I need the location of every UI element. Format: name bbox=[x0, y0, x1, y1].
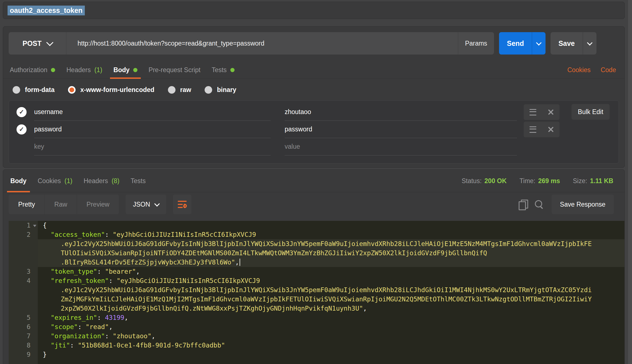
radio-icon bbox=[168, 86, 175, 94]
token: "bearer" bbox=[105, 268, 136, 275]
delete-row-icon[interactable] bbox=[548, 109, 554, 115]
format-dropdown[interactable]: JSON bbox=[126, 195, 166, 214]
body-mode-x-www-form-urlencoded[interactable]: x-www-form-urlencoded bbox=[68, 86, 155, 94]
fold-caret-icon[interactable] bbox=[33, 225, 36, 227]
token: "eyJhbGciOiJIUzI1NiIsInR5cCI6IkpXVCJ9 bbox=[113, 231, 256, 238]
body-mode-label: x-www-form-urlencoded bbox=[80, 86, 155, 94]
response-body-editor[interactable]: 1{2"access_token": "eyJhbGciOiJIUzI1NiIs… bbox=[9, 221, 624, 364]
code-line: 5"expires_in": 43199, bbox=[9, 313, 624, 322]
code-lines: 1{2"access_token": "eyJhbGciOiJIUzI1NiIs… bbox=[9, 221, 624, 359]
kv-value-field[interactable]: zhoutaoo bbox=[285, 103, 517, 121]
wrap-text-button[interactable] bbox=[173, 195, 191, 214]
toolbar-right: Save Response bbox=[519, 195, 619, 214]
drag-handle-icon[interactable] bbox=[530, 126, 536, 133]
view-mode-pretty[interactable]: Pretty bbox=[9, 195, 45, 214]
response-panel: BodyCookies(1)Headers(8)TestsStatus:200 … bbox=[3, 169, 625, 364]
tab-pre-request-script[interactable]: Pre-request Script bbox=[144, 61, 205, 79]
response-tab-cookies[interactable]: Cookies(1) bbox=[33, 170, 77, 192]
token: : bbox=[105, 332, 113, 340]
request-title[interactable]: oauth2_access_token bbox=[8, 6, 85, 15]
response-tabs: BodyCookies(1)Headers(8)TestsStatus:200 … bbox=[3, 170, 624, 192]
code-line: 8"jti": "51b868d1-0ce1-4fb8-901d-9c7bffc… bbox=[9, 341, 624, 350]
params-button[interactable]: Params bbox=[458, 32, 494, 55]
bulk-edit-button[interactable]: Bulk Edit bbox=[572, 104, 610, 120]
line-number bbox=[9, 295, 38, 304]
window-scrollbar[interactable] bbox=[628, 0, 632, 364]
tab-tests[interactable]: Tests bbox=[207, 61, 239, 79]
token: { bbox=[43, 222, 47, 229]
code-line: 1{ bbox=[9, 221, 624, 230]
body-mode-raw[interactable]: raw bbox=[168, 86, 191, 94]
tab-label: Tests bbox=[131, 177, 146, 185]
meta-value: 200 OK bbox=[484, 177, 507, 185]
token: , bbox=[136, 268, 140, 275]
text-cursor bbox=[240, 259, 240, 266]
body-mode-label: raw bbox=[180, 86, 191, 94]
view-mode-preview[interactable]: Preview bbox=[77, 195, 119, 214]
search-icon[interactable] bbox=[534, 200, 544, 209]
kv-rows: ✓usernamezhoutaoo✓passwordpasswordkeyval… bbox=[9, 103, 619, 155]
url-bar: POST http://host1:8000/oauth/token?scope… bbox=[9, 32, 494, 55]
tab-count-badge: (8) bbox=[112, 177, 120, 185]
token: , bbox=[151, 332, 155, 340]
code-link[interactable]: Code bbox=[601, 66, 616, 74]
body-mode-form-data[interactable]: form-data bbox=[13, 86, 55, 94]
code-text: TUlOIiwiSVQiXSwianRpIjoiNTFiODY4ZDEtMGNl… bbox=[38, 249, 624, 258]
meta-label: Size: bbox=[573, 177, 587, 185]
token: : bbox=[109, 277, 117, 284]
tab-body[interactable]: Body bbox=[109, 61, 142, 79]
send-button-group: Send bbox=[499, 32, 546, 55]
kv-key-field[interactable]: username bbox=[34, 103, 271, 121]
code-text: "jti": "51b868d1-0ce1-4fb8-901d-9c7bffc0… bbox=[38, 341, 624, 350]
line-number: 5 bbox=[9, 313, 38, 322]
save-button[interactable]: Save bbox=[551, 32, 582, 55]
code-line: TUlOIiwiSVQiXSwianRpIjoiNTFiODY4ZDEtMGNl… bbox=[9, 249, 624, 258]
meta-size: Size:1.11 KB bbox=[573, 177, 613, 185]
code-text: "token_type": "bearer", bbox=[38, 267, 624, 276]
code-line: 3"token_type": "bearer", bbox=[9, 267, 624, 276]
url-input[interactable]: http://host1:8000/oauth/token?scope=read… bbox=[66, 32, 458, 55]
line-number: 7 bbox=[9, 332, 38, 341]
code-text: 2xpZW50X2lkIjoidGVzdF9jbGllbnQifQ.zNtWWG… bbox=[38, 304, 624, 313]
kv-key-field[interactable]: key bbox=[34, 138, 271, 155]
cookies-link[interactable]: Cookies bbox=[567, 66, 591, 74]
kv-row: keyvalue bbox=[9, 138, 619, 155]
save-response-button[interactable]: Save Response bbox=[552, 195, 614, 214]
body-mode-radios: form-datax-www-form-urlencodedrawbinary bbox=[3, 79, 624, 100]
kv-key-field[interactable]: password bbox=[34, 121, 271, 138]
send-button[interactable]: Send bbox=[499, 32, 532, 55]
view-mode-raw[interactable]: Raw bbox=[45, 195, 77, 214]
code-text: ZmZjMGFkYmIiLCJleHAiOjE1MzQ1MjI2MTgsImF1… bbox=[38, 295, 624, 304]
code-text: "expires_in": 43199, bbox=[38, 313, 624, 322]
row-enabled-checkbox[interactable]: ✓ bbox=[17, 124, 27, 134]
kv-value-field[interactable]: password bbox=[285, 121, 517, 138]
meta-status: Status:200 OK bbox=[462, 177, 507, 185]
body-mode-binary[interactable]: binary bbox=[205, 86, 236, 94]
drag-handle-icon[interactable] bbox=[530, 109, 536, 115]
response-tab-body[interactable]: Body bbox=[6, 170, 31, 192]
kv-value-field[interactable]: value bbox=[285, 138, 517, 155]
method-dropdown[interactable]: POST bbox=[9, 32, 66, 55]
code-line: 6"scope": "read", bbox=[9, 322, 624, 332]
chevron-down-icon bbox=[46, 39, 53, 46]
send-options-button[interactable] bbox=[532, 32, 546, 55]
code-line: ZmZjMGFkYmIiLCJleHAiOjE1MzQ1MjI2MTgsImF1… bbox=[9, 295, 624, 304]
code-text: .eyJ1c2VyX25hbWUiOiJ6aG91dGFvbyIsInNjb3B… bbox=[38, 239, 624, 249]
token: .eyJ1c2VyX25hbWUiOiJ6aG91dGFvbyIsInNjb3B… bbox=[61, 240, 592, 247]
copy-icon[interactable] bbox=[519, 200, 526, 209]
response-tab-tests[interactable]: Tests bbox=[126, 170, 150, 192]
token: , bbox=[124, 314, 128, 321]
kv-check-col: ✓ bbox=[9, 124, 34, 134]
chevron-down-icon bbox=[154, 201, 160, 207]
line-number bbox=[9, 285, 38, 295]
code-text: } bbox=[38, 350, 624, 359]
save-options-button[interactable] bbox=[583, 32, 596, 55]
code-text: "scope": "read", bbox=[38, 322, 624, 332]
tab-headers[interactable]: Headers(1) bbox=[62, 61, 107, 79]
request-builder: POST http://host1:8000/oauth/token?scope… bbox=[3, 26, 625, 168]
delete-row-icon[interactable] bbox=[548, 126, 554, 133]
tab-authorization[interactable]: Authorization bbox=[5, 61, 60, 79]
row-enabled-checkbox[interactable]: ✓ bbox=[17, 107, 27, 117]
code-line: .eyJ1c2VyX25hbWUiOiJ6aG91dGFvbyIsInNjb3B… bbox=[9, 285, 624, 295]
response-tab-headers[interactable]: Headers(8) bbox=[79, 170, 124, 192]
